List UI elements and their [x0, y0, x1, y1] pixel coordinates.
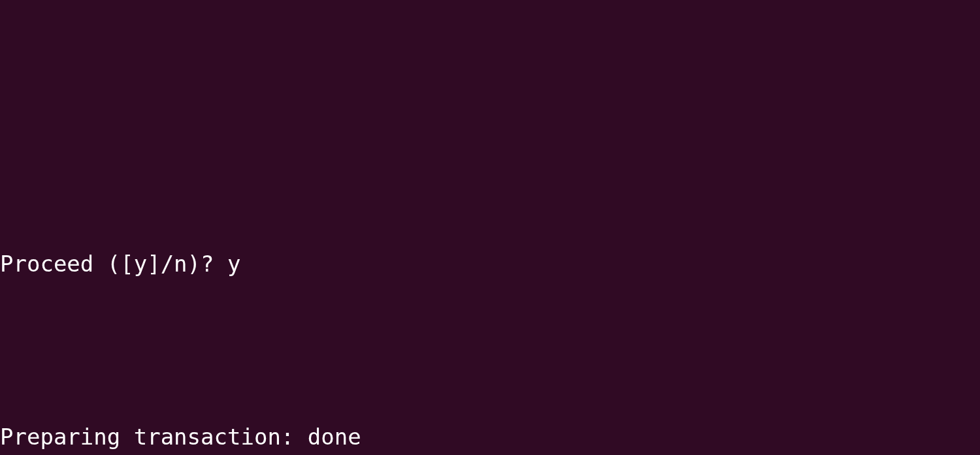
- output-line: Preparing transaction: done: [0, 422, 980, 451]
- output-line: [0, 336, 980, 364]
- terminal-output: Proceed ([y]/n)? y Preparing transaction…: [0, 191, 980, 455]
- output-line: Proceed ([y]/n)? y: [0, 249, 980, 278]
- terminal-window[interactable]: Proceed ([y]/n)? y Preparing transaction…: [0, 116, 980, 455]
